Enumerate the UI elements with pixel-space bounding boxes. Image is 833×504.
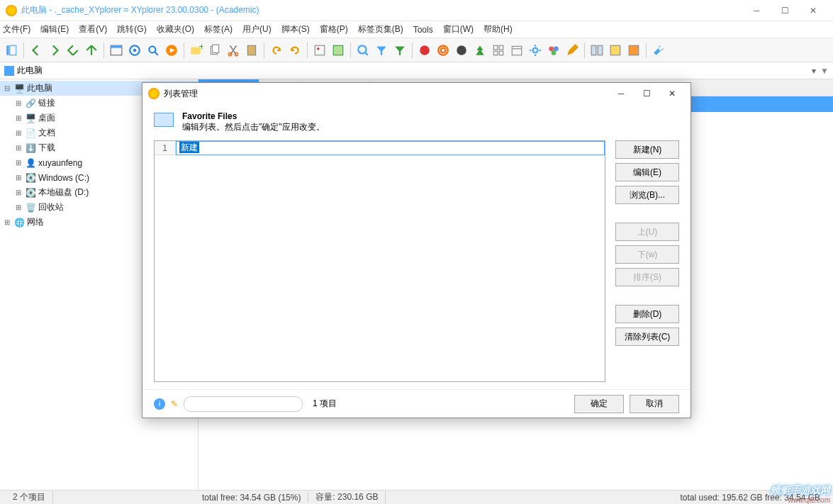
user-icon: 👤 <box>25 157 36 169</box>
menu-scripts[interactable]: 脚本(S) <box>281 23 310 35</box>
menu-favorites[interactable]: 收藏夹(O) <box>157 23 194 35</box>
watermark-brand: 蜻蜓手游戏网 <box>771 484 830 497</box>
menu-tabsets[interactable]: 标签页集(B) <box>358 23 403 35</box>
forward-button[interactable] <box>46 42 63 59</box>
up-button[interactable] <box>83 42 100 59</box>
tree-expander-icon[interactable]: ⊞ <box>14 99 23 107</box>
row-value-input[interactable]: 新建 <box>176 141 605 155</box>
tree-expander-icon[interactable]: ⊞ <box>14 159 23 167</box>
menu-view[interactable]: 查看(V) <box>79 23 107 35</box>
tool-grid-icon[interactable] <box>490 42 507 59</box>
cancel-button[interactable]: 取消 <box>630 395 679 413</box>
tool-cut-icon[interactable] <box>225 42 242 59</box>
clear-button[interactable]: 清除列表(C) <box>615 327 679 346</box>
svg-point-31 <box>533 47 538 52</box>
tool-gear-icon[interactable] <box>527 42 544 59</box>
menu-edit[interactable]: 编辑(E) <box>40 23 69 35</box>
tree-expander-icon[interactable]: ⊞ <box>14 114 23 122</box>
svg-point-33 <box>554 46 559 51</box>
tree-expander-icon[interactable]: ⊞ <box>14 129 23 137</box>
svg-rect-0 <box>6 45 9 55</box>
tool-red-icon[interactable] <box>416 42 433 59</box>
address-filter-icon[interactable]: ▼ <box>820 66 829 76</box>
svg-point-24 <box>457 45 466 55</box>
tool-tree-icon[interactable] <box>471 42 488 59</box>
down-button[interactable]: 下(w) <box>615 245 679 264</box>
tree-expander-icon[interactable]: ⊞ <box>14 203 23 211</box>
tool-preview-icon[interactable] <box>311 42 328 59</box>
address-text[interactable]: 此电脑 <box>17 65 807 77</box>
menu-window[interactable]: 窗口(W) <box>443 23 474 35</box>
tool-pane1-icon[interactable] <box>607 42 624 59</box>
tool-find-icon[interactable] <box>354 42 371 59</box>
dialog-search-input[interactable] <box>184 396 303 412</box>
address-bar: 此电脑 ▾ ▼ <box>0 62 833 79</box>
tool-select-icon[interactable] <box>330 42 347 59</box>
tree-expander-icon[interactable]: ⊟ <box>3 84 11 92</box>
favorites-icon <box>154 113 174 127</box>
svg-point-5 <box>133 48 137 52</box>
menu-file[interactable]: 文件(F) <box>3 23 30 35</box>
tool-filter2-icon[interactable] <box>391 42 408 59</box>
new-button[interactable]: 新建(N) <box>615 140 679 159</box>
ok-button[interactable]: 确定 <box>574 395 624 413</box>
toggle-tree-icon[interactable] <box>3 42 20 59</box>
recent-button[interactable] <box>65 42 82 59</box>
address-dropdown-icon[interactable]: ▾ <box>807 66 820 76</box>
info-icon[interactable]: i <box>154 398 165 410</box>
menu-panes[interactable]: 窗格(P) <box>320 23 348 35</box>
tool-paste-icon[interactable] <box>243 42 260 59</box>
tool-pencil-icon[interactable] <box>564 42 581 59</box>
tool-newfolder-icon[interactable]: + <box>188 42 205 59</box>
tree-expander-icon[interactable]: ⊞ <box>14 189 23 196</box>
tool-search-icon[interactable] <box>145 42 162 59</box>
delete-button[interactable]: 删除(D) <box>615 305 679 323</box>
status-items: 2 个项目 <box>6 491 53 503</box>
maximize-button[interactable]: ☐ <box>771 1 799 21</box>
tool-target-icon[interactable] <box>126 42 143 59</box>
tool-calendar-icon[interactable] <box>508 42 525 59</box>
back-button[interactable] <box>28 42 45 59</box>
tree-expander-icon[interactable]: ⊞ <box>3 218 11 226</box>
svg-rect-26 <box>499 45 503 50</box>
menu-bar: 文件(F) 编辑(E) 查看(V) 跳转(G) 收藏夹(O) 标签(A) 用户(… <box>0 21 833 38</box>
menu-tags[interactable]: 标签(A) <box>204 23 233 35</box>
window-title: 此电脑 - ._cache_XYplorer = XYplorer 23.00.… <box>21 4 742 16</box>
close-button[interactable]: ✕ <box>799 1 827 21</box>
tool-wrench-icon[interactable] <box>650 42 667 59</box>
minimize-button[interactable]: ─ <box>742 1 771 21</box>
tool-spiral-icon[interactable] <box>435 42 452 59</box>
tool-copy-icon[interactable] <box>206 42 223 59</box>
sort-button[interactable]: 排序(S) <box>615 268 679 286</box>
dialog-close-button[interactable]: ✕ <box>659 84 685 103</box>
edit-button[interactable]: 编辑(E) <box>615 163 679 181</box>
tree-expander-icon[interactable]: ⊞ <box>14 174 23 181</box>
tool-play-icon[interactable] <box>163 42 180 59</box>
pencil-icon[interactable]: ✎ <box>171 399 178 409</box>
tree-expander-icon[interactable]: ⊞ <box>14 144 23 152</box>
doc-icon: 📄 <box>25 128 36 139</box>
dialog-list[interactable]: 1 新建 <box>154 140 605 382</box>
menu-help[interactable]: 帮助(H) <box>483 23 513 35</box>
tool-pane2-icon[interactable] <box>625 42 642 59</box>
tool-panes-icon[interactable] <box>588 42 605 59</box>
tool-undo-icon[interactable] <box>268 42 285 59</box>
svg-line-20 <box>365 52 367 55</box>
dialog-minimize-button[interactable]: ─ <box>608 84 634 103</box>
network-icon: 🌐 <box>13 217 25 228</box>
menu-goto[interactable]: 跳转(G) <box>117 23 146 35</box>
svg-rect-3 <box>111 45 122 47</box>
tool-pane-icon[interactable] <box>108 42 125 59</box>
dialog-side-buttons: 新建(N) 编辑(E) 浏览(B)... 上(U) 下(w) 排序(S) 删除(… <box>615 140 679 382</box>
up-button[interactable]: 上(U) <box>615 223 679 241</box>
browse-button[interactable]: 浏览(B)... <box>615 186 679 204</box>
tool-color-icon[interactable] <box>545 42 562 59</box>
tool-redo-icon[interactable] <box>286 42 303 59</box>
tool-filter-icon[interactable] <box>373 42 390 59</box>
list-row[interactable]: 1 新建 <box>155 141 605 155</box>
tool-dark-icon[interactable] <box>453 42 470 59</box>
menu-tools[interactable]: Tools <box>413 25 433 35</box>
svg-rect-36 <box>598 45 603 55</box>
menu-user[interactable]: 用户(U) <box>242 23 272 35</box>
dialog-maximize-button[interactable]: ☐ <box>634 84 659 103</box>
